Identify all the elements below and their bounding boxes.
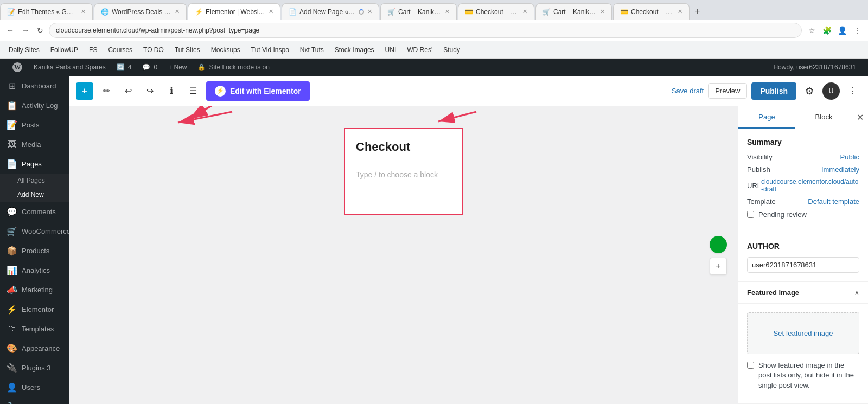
bookmark-todo[interactable]: TO DO [139, 45, 168, 55]
bookmark-courses[interactable]: Courses [104, 45, 137, 55]
tab-6[interactable]: 💳 Checkout – Kanika Parts an... ✕ [458, 3, 534, 20]
bookmark-nxt-tuts[interactable]: Nxt Tuts [296, 45, 328, 55]
undo-button[interactable]: ↩ [119, 82, 137, 100]
sidebar-subitem-all-pages[interactable]: All Pages [0, 174, 69, 188]
sidebar-item-tools[interactable]: 🔧 Tools [0, 397, 69, 404]
admin-bar-new[interactable]: + New [163, 59, 192, 76]
url-value[interactable]: cloudcourse.elementor.cloud/auto-draft [761, 178, 859, 193]
canvas-toolbar: + [710, 236, 727, 275]
tab-8-close[interactable]: ✕ [678, 8, 682, 15]
address-input[interactable] [49, 23, 802, 38]
canvas[interactable]: Checkout Type / to choose a block + [69, 106, 738, 404]
tab-6-close[interactable]: ✕ [522, 8, 527, 15]
extension-button[interactable]: 🧩 [820, 24, 833, 37]
pending-review-checkbox[interactable] [747, 211, 754, 218]
admin-bar-site-name[interactable]: Kanika Parts and Spares [28, 59, 111, 76]
bookmark-wd-res[interactable]: WD Res' [403, 45, 437, 55]
tab-2[interactable]: 🌐 WordPress Deals – GO Te... ✕ [94, 3, 187, 20]
tools-button[interactable]: ✏ [98, 82, 115, 100]
sidebar-item-products[interactable]: 📦 Products [0, 241, 69, 260]
bookmark-fs[interactable]: FS [85, 45, 101, 55]
panel-tab-page[interactable]: Page [738, 106, 795, 129]
tab-7[interactable]: 🛒 Cart – Kanika Parts and Sp... ✕ [535, 3, 612, 20]
sidebar-label-marketing: Marketing [22, 286, 53, 294]
bookmark-daily-sites[interactable]: Daily Sites [4, 45, 44, 55]
admin-bar-user[interactable]: Howdy, user6231871678631 [768, 59, 861, 76]
sidebar-item-plugins[interactable]: 🔌 Plugins 3 [0, 358, 69, 377]
tab-4-close[interactable]: ✕ [367, 8, 372, 15]
preview-button[interactable]: Preview [708, 83, 747, 99]
bookmark-tut-sites[interactable]: Tut Sites [170, 45, 205, 55]
sidebar-item-media[interactable]: 🖼 Media [0, 134, 69, 154]
tab-2-close[interactable]: ✕ [175, 8, 180, 15]
sidebar-item-templates[interactable]: 🗂 Templates [0, 319, 69, 338]
settings-gear-button[interactable]: ⚙ [801, 82, 818, 100]
publish-value[interactable]: Immediately [821, 165, 859, 174]
reload-button[interactable]: ↻ [35, 24, 46, 37]
sidebar-item-marketing[interactable]: 📣 Marketing [0, 280, 69, 299]
admin-bar-comments[interactable]: 💬 0 [137, 59, 163, 76]
publish-button[interactable]: Publish [751, 82, 796, 100]
sidebar-item-elementor[interactable]: ⚡ Elementor [0, 299, 69, 319]
forward-button[interactable]: → [20, 24, 31, 37]
user-avatar-button[interactable]: U [822, 82, 840, 100]
sidebar-item-comments[interactable]: 💬 Comments [0, 202, 69, 221]
sidebar-item-activity-log[interactable]: 📋 Activity Log [0, 95, 69, 115]
set-featured-image-button[interactable]: Set featured image [747, 312, 859, 354]
bookmark-button[interactable]: ☆ [805, 24, 818, 37]
sidebar-item-appearance[interactable]: 🎨 Appearance [0, 338, 69, 358]
tab-8[interactable]: 💳 Checkout – Kanika Bic Spa... ✕ [613, 3, 690, 20]
info-button[interactable]: ℹ [163, 82, 180, 100]
sidebar-item-posts[interactable]: 📝 Posts [0, 115, 69, 134]
sidebar-item-dashboard[interactable]: ⊞ Dashboard [0, 76, 69, 95]
bookmark-tut-vid-inspo[interactable]: Tut Vid Inspo [247, 45, 293, 55]
bookmark-followup[interactable]: FollowUP [46, 45, 82, 55]
template-value[interactable]: Default template [808, 197, 859, 206]
panel-close-button[interactable]: ✕ [852, 106, 868, 129]
redo-button[interactable]: ↪ [141, 82, 158, 100]
new-tab-button[interactable]: + [691, 4, 704, 18]
tab-5[interactable]: 🛒 Cart – Kanika Parts and Spa... ✕ [380, 3, 457, 20]
author-input[interactable] [747, 257, 859, 273]
tab-5-close[interactable]: ✕ [445, 8, 450, 15]
sidebar-label-pages: Pages [22, 160, 42, 168]
bookmark-stock-images[interactable]: Stock Images [330, 45, 379, 55]
visibility-label: Visibility [747, 153, 773, 161]
back-button[interactable]: ← [4, 24, 16, 37]
visibility-value[interactable]: Public [840, 153, 859, 161]
sidebar-item-woocommerce[interactable]: 🛒 WooCommerce [0, 221, 69, 241]
save-draft-button[interactable]: Save draft [672, 87, 704, 95]
tab-4-label: Add New Page « Kanika Par... [299, 8, 355, 16]
tab-1[interactable]: 📝 Edit Themes « GO Tech UG ✕ [0, 3, 93, 20]
featured-image-header[interactable]: Featured image ∧ [738, 282, 868, 304]
edit-with-elementor-button[interactable]: ⚡ Edit with Elementor [206, 81, 310, 101]
tab-3[interactable]: ⚡ Elementor | Websites ✕ [188, 3, 280, 20]
bookmark-study[interactable]: Study [439, 45, 464, 55]
panel-tab-block[interactable]: Block [795, 106, 852, 129]
sidebar-item-users[interactable]: 👤 Users [0, 377, 69, 397]
tab-3-close[interactable]: ✕ [269, 8, 273, 15]
admin-bar-site-lock[interactable]: 🔒 Site Lock mode is on [192, 59, 275, 76]
wp-logo-item[interactable]: W [7, 59, 28, 76]
appearance-icon: 🎨 [7, 343, 17, 354]
featured-image-checkbox[interactable] [747, 362, 754, 369]
tab-4[interactable]: 📄 Add New Page « Kanika Par... ✕ [282, 3, 379, 20]
bookmark-mocksups[interactable]: Mocksups [207, 45, 245, 55]
admin-bar-updates[interactable]: 🔄 4 [111, 59, 137, 76]
page-placeholder[interactable]: Type / to choose a block [356, 170, 451, 179]
sidebar-item-analytics[interactable]: 📊 Analytics [0, 260, 69, 280]
more-options-button[interactable]: ⋮ [844, 82, 861, 100]
add-block-button[interactable]: + [76, 82, 93, 100]
canvas-add-button[interactable]: + [710, 258, 727, 275]
tab-7-close[interactable]: ✕ [600, 8, 605, 15]
bookmark-uni[interactable]: UNI [381, 45, 401, 55]
tab-1-close[interactable]: ✕ [81, 8, 86, 15]
undo-icon: ↩ [125, 86, 132, 96]
featured-image-chevron-icon: ∧ [854, 289, 859, 297]
list-view-button[interactable]: ☰ [184, 82, 202, 100]
menu-button[interactable]: ⋮ [851, 24, 864, 37]
sidebar-subitem-add-new[interactable]: Add New [0, 188, 69, 202]
profile-button[interactable]: 👤 [835, 24, 848, 37]
page-content-block[interactable]: Checkout Type / to choose a block [344, 128, 463, 215]
sidebar-item-pages[interactable]: 📄 Pages [0, 154, 69, 174]
